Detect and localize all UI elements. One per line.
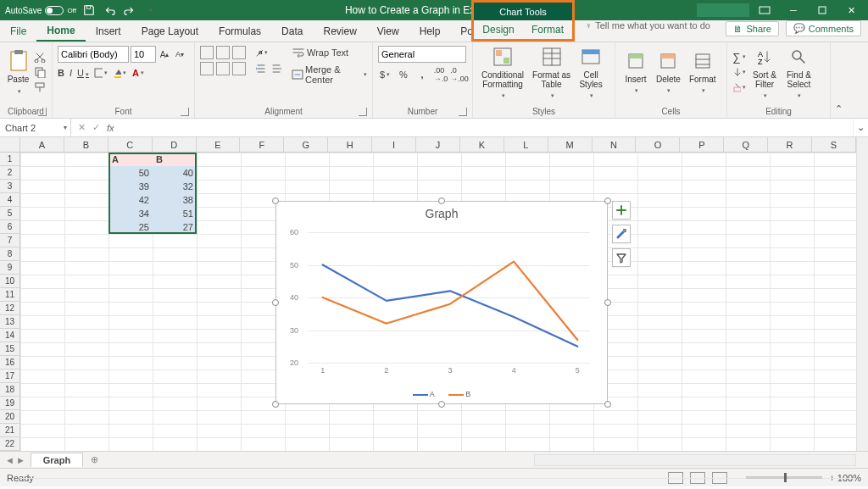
clear-icon[interactable] [732,81,746,94]
column-header[interactable]: K [460,137,504,153]
column-header[interactable]: D [153,137,197,153]
row-header[interactable]: 15 [0,342,20,356]
number-dialog-launcher[interactable] [459,108,467,116]
maximize-icon[interactable] [809,0,836,20]
column-header[interactable]: N [593,137,637,153]
tab-file[interactable]: File [0,20,36,42]
accounting-format-icon[interactable]: $ [378,68,392,81]
sort-filter-button[interactable]: AZSort & Filter [749,45,780,100]
increase-decimal-icon[interactable]: .00→.0 [434,68,448,81]
expand-formula-bar-icon[interactable]: ⌄ [853,119,868,136]
close-icon[interactable]: ✕ [837,0,865,20]
chart-plot-area[interactable]: 203040506012345 [309,232,590,361]
format-cells-button[interactable]: Format [686,49,720,95]
name-box[interactable]: Chart 2 [0,119,71,136]
row-header[interactable]: 7 [0,234,20,247]
chart-filters-button[interactable] [612,248,631,267]
column-header[interactable]: S [812,137,856,153]
column-header[interactable]: C [108,137,153,153]
vertical-scrollbar[interactable] [856,137,868,451]
chart-styles-button[interactable] [612,225,631,243]
clipboard-dialog-launcher[interactable] [38,108,47,116]
percent-format-icon[interactable]: % [397,68,410,81]
undo-icon[interactable] [102,3,117,18]
fill-color-icon[interactable] [113,66,126,80]
increase-font-icon[interactable]: A▴ [158,47,171,61]
tab-review[interactable]: Review [313,20,366,42]
tab-formulas[interactable]: Formulas [209,20,271,42]
new-sheet-button[interactable]: ⊕ [86,453,102,468]
column-header[interactable]: M [548,137,593,153]
font-dialog-launcher[interactable] [181,108,189,116]
paste-button[interactable]: Paste [5,49,31,95]
column-header[interactable]: L [504,137,548,153]
cell-styles-button[interactable]: Cell Styles [576,45,606,100]
row-header[interactable]: 19 [0,397,20,410]
alignment-grid[interactable] [200,46,246,75]
share-button[interactable]: 🗎Share [726,21,778,36]
formula-input[interactable] [121,119,853,136]
underline-button[interactable]: U [77,68,89,78]
decrease-indent-icon[interactable] [254,62,268,75]
row-header[interactable]: 6 [0,220,20,234]
column-header[interactable]: E [197,137,241,153]
account-placeholder[interactable] [697,3,749,17]
conditional-formatting-button[interactable]: Conditional Formatting [478,45,527,100]
column-header[interactable]: B [64,137,108,153]
tell-me-search[interactable]: ♀ Tell me what you want to do [585,20,710,31]
chart-legend[interactable]: A B [276,390,607,398]
fx-icon[interactable]: fx [107,123,114,133]
tab-help[interactable]: Help [409,20,451,42]
font-color-icon[interactable]: A [131,66,145,80]
format-as-table-button[interactable]: Format as Table [529,45,574,100]
insert-cells-button[interactable]: Insert [620,49,651,95]
tab-data[interactable]: Data [271,20,313,42]
copy-icon[interactable] [33,65,47,79]
decrease-decimal-icon[interactable]: .0→.00 [453,68,466,81]
find-select-button[interactable]: Find & Select [783,45,815,100]
row-header[interactable]: 21 [0,424,20,437]
ribbon-display-options-icon[interactable] [751,0,778,20]
row-header[interactable]: 13 [0,315,20,329]
autosave-toggle[interactable]: AutoSave Off [5,6,76,15]
font-size-select[interactable] [131,46,156,63]
row-header[interactable]: 4 [0,193,20,207]
cancel-formula-icon[interactable]: ✕ [78,122,86,133]
wrap-text-button[interactable]: Wrap Text [292,46,367,59]
orientation-icon[interactable]: ab [254,46,268,59]
sheet-tab-graph[interactable]: Graph [31,453,83,467]
column-header[interactable]: A [20,137,64,153]
bold-button[interactable]: B [58,68,64,78]
tab-view[interactable]: View [367,20,409,42]
sheet-nav-next-icon[interactable]: ► [16,455,25,465]
fill-icon[interactable] [732,65,746,79]
chart-object[interactable]: Graph 203040506012345 A B [275,201,608,404]
row-header[interactable]: 11 [0,288,20,302]
cut-icon[interactable] [33,50,47,64]
increase-indent-icon[interactable] [270,62,283,75]
column-header[interactable]: O [636,137,680,153]
row-header[interactable]: 10 [0,275,20,288]
row-header[interactable]: 9 [0,261,20,275]
row-header[interactable]: 18 [0,383,20,397]
row-header[interactable]: 20 [0,410,20,424]
borders-icon[interactable] [94,66,108,80]
row-header[interactable]: 3 [0,180,20,193]
column-header[interactable]: H [328,137,372,153]
decrease-font-icon[interactable]: A▾ [173,47,186,61]
collapse-ribbon-icon[interactable]: ⌃ [831,42,846,118]
sheet-nav-prev-icon[interactable]: ◄ [5,455,14,465]
row-header[interactable]: 2 [0,166,20,180]
font-name-select[interactable] [58,46,129,63]
chart-title[interactable]: Graph [276,207,607,220]
alignment-dialog-launcher[interactable] [359,108,367,116]
tab-design[interactable]: Design [474,20,523,39]
row-header[interactable]: 22 [0,437,20,451]
merge-center-button[interactable]: Merge & Center [292,64,367,85]
column-header[interactable]: J [416,137,460,153]
column-header[interactable]: Q [724,137,768,153]
tab-insert[interactable]: Insert [86,20,131,42]
enter-formula-icon[interactable]: ✓ [92,122,100,133]
autosum-icon[interactable]: ∑ [732,50,746,64]
column-header[interactable]: I [372,137,416,153]
